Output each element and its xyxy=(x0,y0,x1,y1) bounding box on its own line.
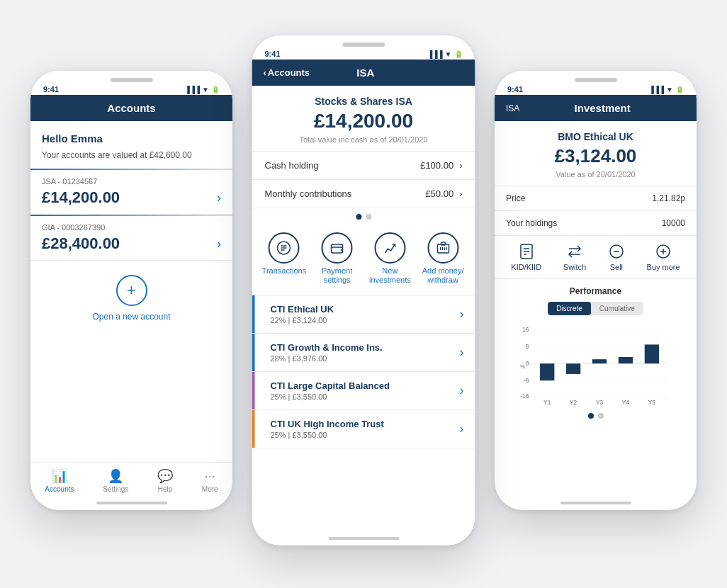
fund-list: CTI Ethical UK 22% | £3,124.00 › CTI Gro… xyxy=(252,295,475,531)
action-transactions[interactable]: Transactions xyxy=(262,232,306,285)
sell-icon xyxy=(608,243,625,260)
nav-settings[interactable]: 👤 Settings xyxy=(103,468,128,493)
kid-icon xyxy=(518,243,535,260)
nav-more-label: More xyxy=(202,485,218,493)
battery-icon-c: 🔋 xyxy=(454,50,463,58)
dots-row-center xyxy=(252,208,475,225)
back-button[interactable]: ‹ Accounts xyxy=(264,67,310,78)
svg-rect-7 xyxy=(437,244,449,253)
switch-label: Switch xyxy=(563,263,586,271)
more-nav-icon: ··· xyxy=(205,469,215,484)
open-account-label[interactable]: Open a new account xyxy=(92,312,170,322)
nav-settings-label: Settings xyxy=(103,485,128,493)
buy-more-icon xyxy=(655,243,672,260)
right-content: BMO Ethical UK £3,124.00 Value as of 20/… xyxy=(495,121,697,496)
home-bar-left xyxy=(96,502,167,504)
fund-stripe-1 xyxy=(252,334,255,371)
fund-name-3: CTI UK High Income Trust xyxy=(271,419,460,429)
fund-stripe-3 xyxy=(252,410,255,448)
fund-item-1[interactable]: CTI Growth & Income Ins. 28% | £3,976.00… xyxy=(252,334,475,372)
right-dot-2 xyxy=(598,413,604,419)
signal-icon-c: ▐▐▐ xyxy=(427,50,442,58)
price-label: Price xyxy=(506,193,525,203)
open-account-icon[interactable]: + xyxy=(116,275,147,306)
buy-more-label: Buy more xyxy=(647,263,680,271)
trade-sell[interactable]: Sell xyxy=(608,243,625,271)
home-bar-right xyxy=(560,502,631,504)
fund-name-2: CTI Large Capital Balanced xyxy=(271,380,460,391)
cash-holding-row[interactable]: Cash holding £100.00 › xyxy=(252,152,475,180)
nav-accounts[interactable]: 📊 Accounts xyxy=(45,468,74,493)
jsa-label: JSA - 01234567 xyxy=(42,177,221,186)
jsa-chevron: › xyxy=(217,191,221,205)
svg-rect-8 xyxy=(441,242,445,245)
jsa-value: £14,200.00 xyxy=(42,188,120,207)
wifi-icon-r: ▼ xyxy=(666,86,673,94)
status-bar-left: 9:41 ▐▐▐ ▼ 🔋 xyxy=(30,82,232,95)
bottom-nav-left: 📊 Accounts 👤 Settings 💬 Help ··· More xyxy=(30,462,232,496)
fund-chevron-1: › xyxy=(460,345,464,360)
account-item-jsa[interactable]: JSA - 01234567 £14,200.00 › xyxy=(30,170,232,215)
account-item-gia[interactable]: GIA - 0003267390 £28,400.00 › xyxy=(30,216,232,261)
investment-value: £3,124.00 xyxy=(506,145,685,167)
trade-buy-more[interactable]: Buy more xyxy=(647,243,680,271)
nav-help[interactable]: 💬 Help xyxy=(157,468,173,493)
action-payment-settings[interactable]: Payment settings xyxy=(315,232,359,285)
trade-switch[interactable]: Switch xyxy=(563,243,586,271)
svg-text:Y4: Y4 xyxy=(622,399,630,406)
discrete-tab[interactable]: Discrete xyxy=(548,302,591,315)
fund-detail-2: 25% | £3,550.00 xyxy=(271,392,460,401)
signal-icon-r: ▐▐▐ xyxy=(649,86,664,94)
left-phone: 9:41 ▐▐▐ ▼ 🔋 Accounts Hello Emma Your ac… xyxy=(30,71,232,510)
action-new-investments[interactable]: New investments xyxy=(368,232,412,285)
fund-chevron-0: › xyxy=(460,307,464,322)
fund-info-0: CTI Ethical UK 22% | £3,124.00 xyxy=(264,304,460,324)
svg-text:-8: -8 xyxy=(524,377,529,384)
battery-icon: 🔋 xyxy=(211,86,220,94)
back-chevron-icon: ‹ xyxy=(264,67,266,78)
dot-1 xyxy=(356,214,361,220)
svg-point-6 xyxy=(341,249,342,251)
cumulative-tab[interactable]: Cumulative xyxy=(591,302,643,315)
trade-kid[interactable]: KID/KIID xyxy=(511,243,541,271)
transactions-label: Transactions xyxy=(262,266,307,276)
right-header-left: ISA xyxy=(506,103,519,113)
monthly-value: £50.00 xyxy=(425,188,453,199)
perf-title: Performance xyxy=(503,286,688,296)
svg-text:-16: -16 xyxy=(520,392,529,400)
center-content: Stocks & Shares ISA £14,200.00 Total val… xyxy=(252,86,475,531)
fund-item-2[interactable]: CTI Large Capital Balanced 25% | £3,550.… xyxy=(252,372,475,410)
payment-settings-icon xyxy=(322,232,353,264)
fund-item-0[interactable]: CTI Ethical UK 22% | £3,124.00 › xyxy=(252,295,475,334)
holdings-value: 10000 xyxy=(662,218,685,228)
status-icons-left: ▐▐▐ ▼ 🔋 xyxy=(185,86,220,94)
svg-text:Y1: Y1 xyxy=(543,399,551,406)
dot-2 xyxy=(366,214,371,220)
nav-accounts-label: Accounts xyxy=(45,485,74,493)
settings-nav-icon: 👤 xyxy=(108,468,123,484)
monthly-contributions-row[interactable]: Monthly contributions £50.00 › xyxy=(252,180,475,208)
time-center: 9:41 xyxy=(265,50,281,58)
action-add-money[interactable]: Add money/ withdraw xyxy=(421,232,465,285)
nav-more[interactable]: ··· More xyxy=(202,469,218,493)
status-icons-right: ▐▐▐ ▼ 🔋 xyxy=(649,86,684,94)
isa-date: Total value inc cash as of 20/01/2020 xyxy=(264,135,464,144)
fund-item-3[interactable]: CTI UK High Income Trust 25% | £3,550.00… xyxy=(252,410,475,448)
svg-rect-31 xyxy=(619,357,633,363)
time-right: 9:41 xyxy=(507,85,523,94)
performance-section: Performance Discrete Cumulative 16 8 0 -… xyxy=(495,279,697,429)
chart-area: 16 8 0 -8 -16 xyxy=(503,322,688,407)
svg-text:0: 0 xyxy=(526,360,529,367)
fund-detail-3: 25% | £3,550.00 xyxy=(271,431,460,439)
isa-title: Stocks & Shares ISA xyxy=(264,96,464,107)
monthly-label: Monthly contributions xyxy=(265,188,352,199)
fund-chevron-2: › xyxy=(460,383,464,398)
monthly-chevron-icon: › xyxy=(459,188,462,199)
holdings-label: Your holdings xyxy=(506,218,557,228)
home-bar-center xyxy=(328,537,399,540)
accounts-nav-icon: 📊 xyxy=(52,468,67,484)
transactions-icon xyxy=(269,232,300,264)
phones-container: 9:41 ▐▐▐ ▼ 🔋 Accounts Hello Emma Your ac… xyxy=(16,14,711,574)
status-bar-center: 9:41 ▐▐▐ ▼ 🔋 xyxy=(252,47,475,60)
gia-chevron: › xyxy=(217,237,221,251)
